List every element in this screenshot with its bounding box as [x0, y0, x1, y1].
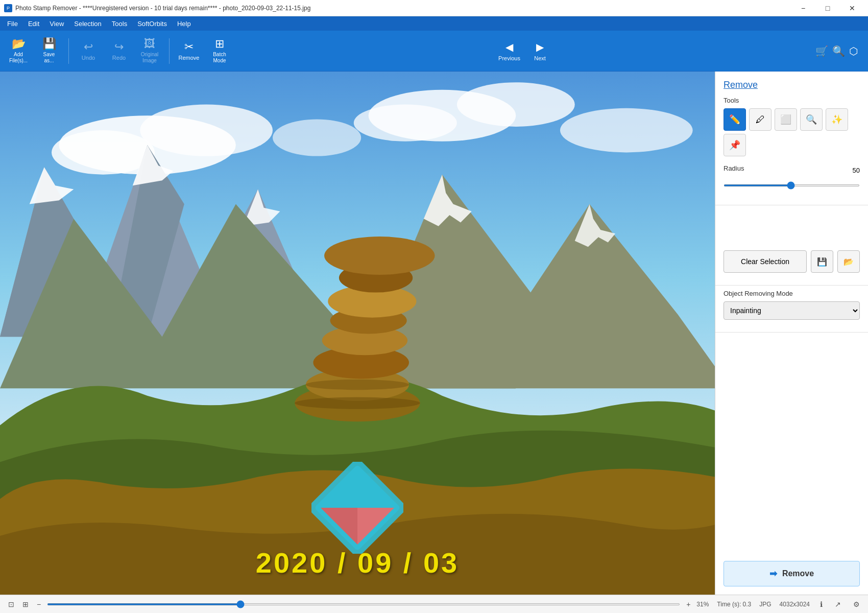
- selection-buttons: Clear Selection 💾 📂: [715, 250, 868, 273]
- magic-wand-tool-button[interactable]: ✨: [826, 108, 848, 131]
- window-title: Photo Stamp Remover - ****Unregistered v…: [15, 5, 310, 12]
- save-selection-button[interactable]: 💾: [811, 250, 833, 273]
- undo-button[interactable]: ↩ Undo: [74, 33, 103, 69]
- menu-bar: File Edit View Selection Tools SoftOrbit…: [0, 16, 868, 31]
- zoom-percent: 31%: [696, 601, 709, 608]
- remove-arrow-icon: ➡: [769, 568, 777, 579]
- cart-icon[interactable]: 🛒: [815, 45, 828, 57]
- remove-toolbar-label: Remove: [179, 55, 200, 61]
- remove-toolbar-button[interactable]: ✂ Remove: [175, 33, 203, 69]
- mode-select[interactable]: Inpainting Content-Aware Fill Smear: [724, 301, 860, 320]
- menu-selection[interactable]: Selection: [69, 18, 106, 30]
- mode-label: Object Removing Mode: [724, 290, 860, 297]
- load-selection-button[interactable]: 📂: [837, 250, 860, 273]
- status-bar-right: Time (s): 0.3 JPG 4032x3024 ℹ ↗ ⚙: [717, 599, 862, 609]
- cube-icon[interactable]: ⬡: [849, 45, 858, 57]
- zoom-slider[interactable]: [47, 603, 680, 605]
- save-selection-icon: 💾: [817, 257, 827, 267]
- add-files-button[interactable]: 📂 AddFile(s)...: [4, 33, 33, 69]
- right-panel: Remove Tools ✏️ 🖊 ⬜ 🔍 ✨ 📌 Radius 50: [715, 72, 868, 595]
- svg-point-28: [295, 397, 420, 409]
- rect-select-tool-button[interactable]: ⬜: [775, 108, 797, 131]
- settings-btn[interactable]: ⚙: [851, 599, 862, 609]
- title-bar-left: P Photo Stamp Remover - ****Unregistered…: [4, 4, 310, 12]
- previous-label: Previous: [498, 55, 520, 61]
- menu-softorbits[interactable]: SoftOrbits: [132, 18, 172, 30]
- divider-2: [715, 285, 868, 286]
- previous-button[interactable]: ◀ Previous: [495, 33, 524, 69]
- remove-button-label: Remove: [782, 569, 814, 578]
- menu-edit[interactable]: Edit: [23, 18, 44, 30]
- batch-mode-button[interactable]: ⊞ BatchMode: [205, 33, 234, 69]
- redo-button[interactable]: ↪ Redo: [105, 33, 133, 69]
- share-btn[interactable]: ↗: [833, 599, 843, 609]
- remove-btn-container: ➡ Remove: [715, 553, 868, 595]
- separator-1: [68, 38, 69, 64]
- title-bar-controls[interactable]: − □ ✕: [791, 0, 864, 16]
- mode-section: Object Removing Mode Inpainting Content-…: [715, 290, 868, 328]
- maximize-button[interactable]: □: [816, 0, 839, 16]
- status-grid-btn[interactable]: ⊞: [20, 599, 31, 609]
- spacer-area: [715, 209, 868, 250]
- remove-toolbar-icon: ✂: [184, 41, 194, 53]
- radius-value: 50: [853, 167, 860, 174]
- minimize-button[interactable]: −: [791, 0, 815, 16]
- next-icon: ▶: [536, 41, 544, 53]
- title-bar: P Photo Stamp Remover - ****Unregistered…: [0, 0, 868, 16]
- tools-row: ✏️ 🖊 ⬜ 🔍 ✨ 📌: [724, 108, 860, 156]
- menu-tools[interactable]: Tools: [107, 18, 132, 30]
- add-files-icon: 📂: [12, 38, 26, 50]
- zoom-out-btn[interactable]: −: [35, 599, 43, 609]
- toolbar: 📂 AddFile(s)... 💾 Saveas... ↩ Undo ↪ Red…: [0, 31, 868, 72]
- svg-point-6: [354, 105, 457, 142]
- eraser-tool-button[interactable]: 🖊: [749, 108, 771, 131]
- add-files-label: AddFile(s)...: [9, 52, 28, 64]
- status-bar-left: ⊡ ⊞ − + 31%: [6, 599, 709, 609]
- main-area: 2020 / 09 / 03 Remove Tools ✏️ 🖊 ⬜ 🔍 ✨ 📌…: [0, 72, 868, 595]
- original-image-label: OriginalImage: [141, 52, 158, 64]
- redo-label: Redo: [112, 55, 126, 61]
- photo-scene: 2020 / 09 / 03: [0, 72, 715, 595]
- lasso-tool-button[interactable]: 🔍: [800, 108, 823, 131]
- radius-row: Radius 50: [724, 164, 860, 176]
- menu-help[interactable]: Help: [172, 18, 196, 30]
- panel-section-tools: Remove Tools ✏️ 🖊 ⬜ 🔍 ✨ 📌 Radius 50: [715, 72, 868, 201]
- batch-mode-label: BatchMode: [213, 52, 226, 64]
- photo-svg: [0, 72, 715, 595]
- next-button[interactable]: ▶ Next: [526, 33, 554, 69]
- radius-label: Radius: [724, 164, 744, 172]
- separator-2: [169, 38, 170, 64]
- info-btn[interactable]: ℹ: [818, 599, 825, 609]
- format-label: JPG: [759, 601, 771, 608]
- stamp-tool-button[interactable]: 📌: [724, 134, 746, 156]
- svg-point-2: [140, 105, 273, 156]
- svg-point-29: [306, 380, 409, 390]
- brush-tool-button[interactable]: ✏️: [724, 108, 746, 131]
- original-image-button[interactable]: 🖼 OriginalImage: [135, 33, 164, 69]
- zoom-in-btn[interactable]: +: [684, 599, 692, 609]
- remove-button[interactable]: ➡ Remove: [724, 561, 860, 586]
- close-button[interactable]: ✕: [840, 0, 864, 16]
- panel-title: Remove: [724, 80, 860, 90]
- status-fit-btn[interactable]: ⊡: [6, 599, 16, 609]
- canvas-area[interactable]: 2020 / 09 / 03: [0, 72, 715, 595]
- svg-point-27: [324, 237, 435, 275]
- undo-icon: ↩: [84, 41, 93, 53]
- batch-mode-icon: ⊞: [215, 38, 224, 50]
- load-selection-icon: 📂: [843, 257, 854, 267]
- previous-icon: ◀: [505, 41, 513, 53]
- save-as-button[interactable]: 💾 Saveas...: [35, 33, 63, 69]
- undo-label: Undo: [82, 55, 95, 61]
- menu-view[interactable]: View: [44, 18, 69, 30]
- divider-1: [715, 205, 868, 205]
- svg-point-8: [273, 119, 361, 156]
- clear-selection-button[interactable]: Clear Selection: [724, 250, 807, 273]
- search-icon[interactable]: 🔍: [832, 45, 845, 57]
- menu-file[interactable]: File: [2, 18, 23, 30]
- next-label: Next: [534, 55, 546, 61]
- time-label: Time (s): 0.3: [717, 601, 751, 608]
- redo-icon: ↪: [114, 41, 124, 53]
- divider-3: [715, 332, 868, 333]
- radius-slider[interactable]: [724, 184, 860, 186]
- toolbar-right-icons: 🛒 🔍 ⬡: [815, 45, 864, 57]
